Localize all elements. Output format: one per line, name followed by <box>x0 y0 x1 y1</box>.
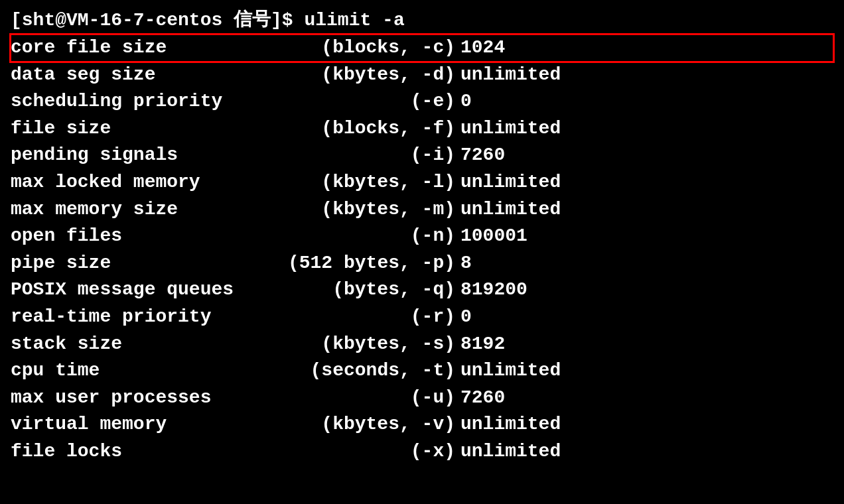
ulimit-row: scheduling priority(-e)0 <box>11 88 833 115</box>
row-name: POSIX message queues <box>11 277 249 304</box>
ulimit-row: stack size(kbytes, -s)8192 <box>11 331 833 358</box>
row-name: pending signals <box>11 142 249 169</box>
row-unit: (kbytes, -m) <box>249 196 455 223</box>
row-unit: (-n) <box>249 223 455 250</box>
row-value: 8192 <box>460 331 505 358</box>
prompt-line: [sht@VM-16-7-centos 信号]$ ulimit -a <box>11 7 833 32</box>
row-unit: (-u) <box>249 385 455 412</box>
row-unit: (-x) <box>249 438 455 466</box>
ulimit-row: cpu time(seconds, -t)unlimited <box>11 357 833 385</box>
row-value: 7260 <box>460 142 505 169</box>
row-name: virtual memory <box>11 411 249 438</box>
ulimit-row: file size(blocks, -f)unlimited <box>11 115 833 143</box>
row-value: 819200 <box>460 277 528 304</box>
row-value: unlimited <box>460 438 561 466</box>
row-name: data seg size <box>11 62 249 89</box>
row-unit: (-e) <box>249 88 455 115</box>
ulimit-row: open files(-n)100001 <box>11 223 833 250</box>
row-value: unlimited <box>460 169 561 196</box>
row-name: scheduling priority <box>11 88 249 115</box>
ulimit-row: POSIX message queues(bytes, -q)819200 <box>11 277 833 304</box>
ulimit-output: core file size(blocks, -c)1024data seg s… <box>11 34 833 466</box>
row-name: file locks <box>11 438 249 466</box>
row-value: 0 <box>460 304 472 331</box>
row-value: 8 <box>460 250 472 277</box>
row-value: unlimited <box>460 357 561 385</box>
row-name: cpu time <box>11 357 249 385</box>
row-unit: (seconds, -t) <box>249 357 455 385</box>
row-value: 100001 <box>460 223 528 250</box>
row-name: core file size <box>11 34 249 62</box>
row-name: max locked memory <box>11 169 249 196</box>
row-unit: (kbytes, -v) <box>249 411 455 438</box>
row-unit: (blocks, -c) <box>249 34 455 62</box>
ulimit-row: max locked memory(kbytes, -l)unlimited <box>11 169 833 196</box>
row-unit: (512 bytes, -p) <box>249 250 455 277</box>
terminal-window: [sht@VM-16-7-centos 信号]$ ulimit -a core … <box>11 7 833 497</box>
row-unit: (kbytes, -s) <box>249 331 455 358</box>
ulimit-row: max user processes(-u)7260 <box>11 385 833 412</box>
row-value: 1024 <box>460 34 505 62</box>
row-unit: (kbytes, -l) <box>249 169 455 196</box>
row-value: unlimited <box>460 115 561 143</box>
row-value: unlimited <box>460 411 561 438</box>
row-unit: (-i) <box>249 142 455 169</box>
row-unit: (bytes, -q) <box>249 277 455 304</box>
ulimit-row: pipe size(512 bytes, -p)8 <box>11 250 833 277</box>
row-name: stack size <box>11 331 249 358</box>
ulimit-row: data seg size(kbytes, -d)unlimited <box>11 62 833 89</box>
row-name: file size <box>11 115 249 143</box>
row-name: max user processes <box>11 385 249 412</box>
ulimit-row: file locks(-x)unlimited <box>11 438 833 466</box>
ulimit-row: core file size(blocks, -c)1024 <box>11 34 833 62</box>
row-name: open files <box>11 223 249 250</box>
ulimit-row: max memory size(kbytes, -m)unlimited <box>11 196 833 223</box>
row-unit: (kbytes, -d) <box>249 62 455 89</box>
row-name: max memory size <box>11 196 249 223</box>
row-value: 0 <box>460 88 472 115</box>
row-name: real-time priority <box>11 304 249 331</box>
row-value: 7260 <box>460 385 505 412</box>
row-unit: (-r) <box>249 304 455 331</box>
row-name: pipe size <box>11 250 249 277</box>
row-value: unlimited <box>460 196 561 223</box>
ulimit-row: virtual memory(kbytes, -v)unlimited <box>11 411 833 438</box>
ulimit-row: pending signals(-i)7260 <box>11 142 833 169</box>
row-value: unlimited <box>460 62 561 89</box>
row-unit: (blocks, -f) <box>249 115 455 143</box>
ulimit-row: real-time priority(-r)0 <box>11 304 833 331</box>
